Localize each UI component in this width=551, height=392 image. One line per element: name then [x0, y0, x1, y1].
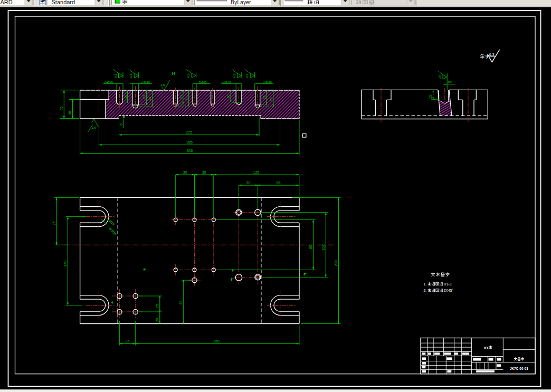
svg-text:6-M6: 6-M6	[199, 80, 207, 84]
svg-text:6.3: 6.3	[115, 74, 117, 78]
svg-text:25: 25	[155, 304, 159, 308]
svg-text:225: 225	[186, 130, 192, 134]
svg-text:75: 75	[52, 221, 56, 225]
svg-text:30: 30	[68, 111, 72, 116]
svg-text:6.3: 6.3	[187, 74, 190, 78]
svg-text:6.3: 6.3	[130, 74, 133, 78]
svg-text:Ø8: Ø8	[448, 80, 453, 84]
svg-text:80: 80	[309, 245, 312, 249]
svg-text:30: 30	[246, 181, 251, 185]
svg-text:2-M10: 2-M10	[263, 80, 273, 84]
svg-text:26: 26	[148, 97, 151, 100]
svg-text:1.6: 1.6	[160, 83, 165, 87]
svg-text:23: 23	[179, 95, 183, 99]
svg-text:2-Ø10: 2-Ø10	[104, 80, 113, 84]
svg-text:6.3: 6.3	[233, 74, 236, 78]
svg-text:23: 23	[142, 95, 146, 99]
svg-text:R1-3: R1-3	[444, 282, 452, 286]
svg-text:26: 26	[269, 97, 273, 101]
svg-text:21: 21	[184, 97, 188, 100]
svg-text:15: 15	[429, 95, 432, 99]
svg-text:2X45°: 2X45°	[444, 289, 454, 292]
svg-text:30: 30	[202, 170, 206, 174]
svg-text:H: H	[172, 71, 175, 76]
svg-text:2-M10: 2-M10	[141, 80, 151, 84]
svg-text:ByLayer: ByLayer	[231, 0, 251, 5]
svg-text:Standard: Standard	[52, 0, 75, 5]
svg-text:258: 258	[213, 339, 220, 343]
svg-text:65: 65	[277, 181, 281, 185]
svg-text:285: 285	[186, 140, 193, 144]
svg-text:345: 345	[186, 149, 193, 152]
svg-text:102: 102	[321, 244, 325, 251]
svg-text:5: 5	[119, 123, 123, 126]
svg-text:2-Ø10: 2-Ø10	[222, 80, 231, 84]
svg-text:1.: 1.	[424, 282, 427, 286]
svg-text:200: 200	[334, 260, 338, 266]
svg-text:6.3: 6.3	[489, 53, 495, 56]
svg-text:20: 20	[124, 94, 127, 98]
svg-text:JK7C-00-03: JK7C-00-03	[510, 367, 528, 370]
svg-text:140: 140	[63, 261, 67, 267]
svg-text:20: 20	[155, 318, 159, 322]
svg-text:20: 20	[226, 94, 230, 98]
svg-text:6.3: 6.3	[246, 74, 249, 78]
svg-text:45: 45	[60, 107, 63, 111]
svg-text:30: 30	[183, 170, 187, 174]
svg-text:23: 23	[262, 95, 266, 99]
svg-text:0.8: 0.8	[439, 75, 441, 79]
svg-text:2.: 2.	[424, 289, 427, 292]
svg-text:135: 135	[253, 170, 259, 174]
svg-text:25: 25	[126, 339, 130, 343]
svg-text:XX: XX	[484, 346, 489, 350]
svg-text:1.6: 1.6	[91, 126, 96, 129]
svg-text:ARD: ARD	[1, 0, 13, 5]
svg-text:69: 69	[179, 301, 183, 305]
